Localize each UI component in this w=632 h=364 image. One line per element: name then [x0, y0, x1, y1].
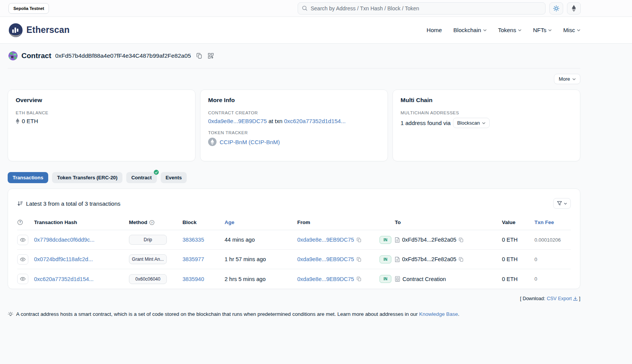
overview-title: Overview [16, 97, 187, 104]
method-badge: Grant Mint An... [129, 254, 167, 264]
chevron-down-icon [548, 29, 552, 31]
token-tracker-link[interactable]: CCIP-BnM (CCIP-BnM) [220, 139, 280, 145]
token-tracker-label: TOKEN TRACKER [208, 130, 380, 135]
footer-note-period: . [458, 311, 459, 317]
txn-fee-text: 0 [534, 257, 571, 262]
txn-fee-text: 0.00010206 [534, 237, 571, 243]
qr-code-icon[interactable] [208, 53, 214, 59]
tab-transactions[interactable]: Transactions [8, 172, 48, 183]
copy-to-icon[interactable] [459, 237, 464, 242]
preview-eye-button[interactable] [17, 235, 28, 245]
transactions-card: Latest 3 from a total of 3 transactions … [8, 188, 580, 289]
download-prefix: [ Download: [520, 296, 545, 301]
contract-header: Contract 0xFd57b4ddBf88a4e07fF4e34C487b9… [8, 44, 580, 60]
age-text: 1 hr 57 mins ago [225, 256, 297, 262]
col-method[interactable]: Method ? [129, 219, 182, 225]
tab-bar: Transactions Token Transfers (ERC-20) Co… [8, 172, 580, 183]
main-header: Etherscan Home Blockchain Tokens NFTs Mi… [0, 17, 632, 44]
value-text: 0 ETH [502, 256, 534, 262]
preview-eye-button[interactable] [17, 254, 28, 265]
chevron-down-icon [483, 29, 487, 31]
info-cards: Overview ETH BALANCE 0 ETH More Info CON… [8, 89, 580, 161]
etherscan-logo[interactable]: Etherscan [8, 23, 70, 37]
nav-nfts[interactable]: NFTs [533, 27, 552, 33]
network-badge[interactable]: Sepolia Testnet [8, 3, 49, 14]
filter-button[interactable] [553, 198, 571, 209]
chevron-down-icon [577, 29, 580, 31]
direction-badge: IN [380, 255, 391, 263]
download-suffix: ] [579, 296, 580, 301]
nav-misc[interactable]: Misc [563, 27, 580, 33]
to-address-text: Contract Creation [402, 276, 446, 282]
header-help-icon: ? [17, 219, 34, 225]
funnel-icon [557, 201, 562, 206]
eth-glyph-icon [16, 118, 20, 124]
col-to: To [395, 219, 502, 225]
footer-note: A contract address hosts a smart contrac… [8, 311, 580, 318]
tab-token-transfers[interactable]: Token Transfers (ERC-20) [52, 172, 122, 183]
csv-export-link[interactable]: CSV Export [547, 296, 577, 301]
creator-txn-link[interactable]: 0xc620a77352d1d154... [284, 118, 345, 124]
brand-name: Etherscan [26, 25, 70, 35]
from-address-link[interactable]: 0xda9e8e...9EB9DC75 [297, 237, 354, 243]
search-input[interactable] [311, 5, 541, 11]
token-icon [208, 138, 217, 146]
verified-check-icon [154, 170, 159, 175]
block-link[interactable]: 3835977 [182, 256, 204, 262]
copy-from-icon[interactable] [357, 257, 362, 262]
more-info-title: More Info [208, 97, 380, 104]
contract-creation-icon [395, 276, 400, 282]
copy-to-icon[interactable] [459, 257, 464, 262]
token-tracker-row: CCIP-BnM (CCIP-BnM) [208, 138, 380, 146]
from-address-link[interactable]: 0xda9e8e...9EB9DC75 [297, 276, 354, 282]
block-link[interactable]: 3835940 [182, 276, 204, 282]
nav-blockchain[interactable]: Blockchain [453, 27, 487, 33]
txn-hash-link[interactable]: 0xc620a77352d1d154... [34, 276, 94, 282]
overview-card: Overview ETH BALANCE 0 ETH [8, 89, 195, 161]
copy-address-icon[interactable] [196, 53, 202, 59]
col-value: Value [502, 219, 534, 225]
table-row: 0x7798dcdaec0f6dd9c... Drip 3836335 44 m… [17, 230, 571, 250]
direction-badge: IN [380, 236, 391, 244]
blockscan-dropdown[interactable]: Blockscan [453, 118, 490, 128]
sort-icon [17, 201, 23, 206]
block-link[interactable]: 3836335 [182, 237, 204, 243]
nav-tokens[interactable]: Tokens [498, 27, 522, 33]
main-nav: Home Blockchain Tokens NFTs Misc [427, 27, 580, 33]
search-box[interactable] [298, 2, 546, 15]
table-row: 0x0724bdf9c118afc2d... Grant Mint An... … [17, 250, 571, 269]
col-age[interactable]: Age [225, 219, 297, 225]
more-button[interactable]: More [554, 74, 580, 84]
from-address-link[interactable]: 0xda9e8e...9EB9DC75 [297, 256, 354, 262]
multichain-found-row: 1 address found via Blockscan [401, 118, 572, 128]
contract-creator-value: 0xda9e8e...9EB9DC75 at txn 0xc620a77352d… [208, 118, 380, 124]
copy-from-icon[interactable] [357, 237, 362, 242]
nav-home[interactable]: Home [427, 27, 442, 33]
tx-table-body: 0x7798dcdaec0f6dd9c... Drip 3836335 44 m… [17, 230, 571, 289]
network-switch-button[interactable] [567, 2, 581, 15]
table-row: 0xc620a77352d1d154... 0x60c06040 3835940… [17, 269, 571, 289]
col-txn-fee[interactable]: Txn Fee [534, 219, 571, 225]
txn-fee-text: 0 [534, 276, 571, 282]
tx-summary: Latest 3 from a total of 3 transactions [17, 200, 121, 207]
col-transaction-hash: Transaction Hash [34, 219, 129, 225]
preview-eye-button[interactable] [17, 274, 28, 284]
ethereum-icon [572, 5, 576, 12]
search-icon [302, 5, 308, 11]
txn-hash-link[interactable]: 0x0724bdf9c118afc2d... [34, 256, 93, 262]
theme-toggle-button[interactable] [549, 2, 563, 15]
download-icon [573, 296, 578, 301]
knowledge-base-link[interactable]: Knowledge Base [419, 311, 458, 317]
chevron-down-icon [572, 78, 576, 80]
copy-from-icon[interactable] [357, 276, 362, 281]
col-from: From [297, 219, 380, 225]
page-title: Contract [21, 52, 51, 60]
chevron-down-icon [518, 29, 521, 31]
tab-contract[interactable]: Contract [126, 172, 156, 183]
txn-hash-link[interactable]: 0x7798dcdaec0f6dd9c... [34, 237, 94, 243]
creator-address-link[interactable]: 0xda9e8e...9EB9DC75 [208, 118, 267, 124]
svg-text:?: ? [151, 221, 153, 224]
tab-events[interactable]: Events [161, 172, 187, 183]
help-icon[interactable]: ? [149, 220, 155, 225]
col-block: Block [182, 219, 225, 225]
